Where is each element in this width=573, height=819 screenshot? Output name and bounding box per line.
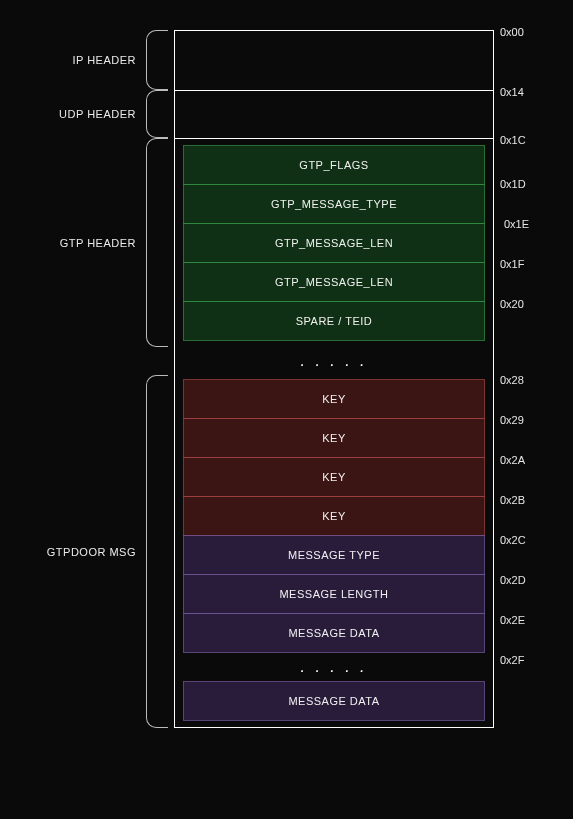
section-label-msg: GTPDOOR MSG — [0, 375, 140, 728]
gap-ellipsis: . . . . . — [0, 347, 573, 375]
key-field: KEY — [183, 457, 485, 497]
brace-icon — [146, 30, 168, 90]
section-udp: UDP HEADER — [0, 90, 573, 138]
gtp-field: GTP_MESSAGE_LEN — [183, 262, 485, 302]
section-label-ip: IP HEADER — [0, 30, 140, 90]
section-gtp: GTP HEADER GTP_FLAGS GTP_MESSAGE_TYPE GT… — [0, 138, 573, 347]
ellipsis-icon: . . . . . — [175, 347, 493, 375]
section-label-gtp: GTP HEADER — [0, 138, 140, 347]
offset: 0x20 — [500, 298, 524, 310]
offset: 0x2F — [500, 654, 524, 666]
key-field: KEY — [183, 418, 485, 458]
offset: 0x1D — [500, 178, 526, 190]
offset: 0x2C — [500, 534, 526, 546]
key-field: KEY — [183, 496, 485, 536]
offset: 0x2A — [500, 454, 525, 466]
section-msg: GTPDOOR MSG KEY KEY KEY KEY MESSAGE TYPE… — [0, 375, 573, 728]
offset: 0x1E — [504, 218, 529, 230]
brace-icon — [146, 90, 168, 138]
offset: 0x28 — [500, 374, 524, 386]
gtp-field: GTP_FLAGS — [183, 145, 485, 185]
ellipsis-icon: . . . . . — [175, 653, 493, 681]
key-field: KEY — [183, 379, 485, 419]
offset: 0x1C — [500, 134, 526, 146]
offset: 0x2B — [500, 494, 525, 506]
msg-field: MESSAGE TYPE — [183, 535, 485, 575]
offset: 0x14 — [500, 86, 524, 98]
gtp-field: SPARE / TEID — [183, 301, 485, 341]
offset: 0x1F — [500, 258, 524, 270]
brace-icon — [146, 138, 168, 347]
brace-icon — [146, 375, 168, 728]
msg-field-tail: MESSAGE DATA — [183, 681, 485, 721]
packet-diagram: IP HEADER UDP HEADER GTP HEADER GTP_FLAG… — [0, 30, 573, 728]
offset: 0x2E — [500, 614, 525, 626]
gtp-field: GTP_MESSAGE_TYPE — [183, 184, 485, 224]
section-label-udp: UDP HEADER — [0, 90, 140, 138]
msg-field: MESSAGE LENGTH — [183, 574, 485, 614]
offset: 0x2D — [500, 574, 526, 586]
section-ip: IP HEADER — [0, 30, 573, 90]
offset: 0x00 — [500, 26, 524, 38]
msg-field: MESSAGE DATA — [183, 613, 485, 653]
offset: 0x29 — [500, 414, 524, 426]
gtp-field: GTP_MESSAGE_LEN — [183, 223, 485, 263]
